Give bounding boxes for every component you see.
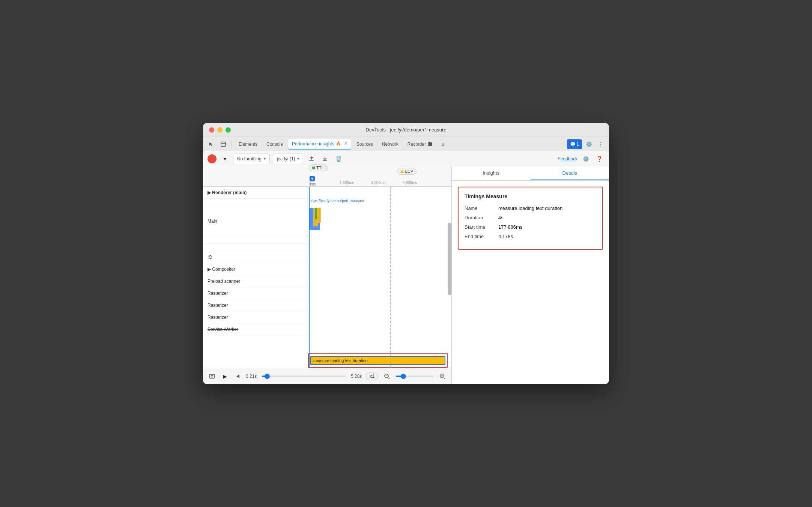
tab-bar: Elements Console Performance insights 🔥 … [203, 137, 609, 151]
tab-elements[interactable]: Elements [235, 139, 261, 149]
tab-performance-insights[interactable]: Performance insights 🔥 ✕ [288, 139, 351, 149]
ruler-mark-3200: 3,200ms [371, 181, 385, 185]
rasterizer3-label: Rasterizer [203, 315, 308, 320]
throttling-dropdown[interactable]: No throttling ▾ [233, 154, 270, 164]
timeline-column: 0ms 1,600ms 3,200ms 4,800ms [203, 166, 451, 384]
cursor-icon[interactable] [206, 139, 217, 149]
traffic-lights [209, 127, 231, 133]
zoom-level-badge: x1 [365, 373, 379, 380]
download-icon[interactable] [320, 154, 330, 164]
feedback-link[interactable]: Feedback [558, 156, 577, 161]
tab-details[interactable]: Details [531, 166, 609, 180]
track-spacer2 [203, 244, 308, 251]
minimize-button[interactable] [217, 127, 223, 133]
tab-close-icon[interactable]: ✕ [344, 141, 347, 146]
ruler-mark-1600: 1,600ms [340, 181, 354, 185]
play-button[interactable]: ▶ [220, 372, 229, 381]
svg-line-8 [444, 378, 445, 379]
tab-sources[interactable]: Sources [353, 139, 377, 149]
zoom-slider[interactable] [396, 376, 433, 377]
ruler-ticks: 0ms 1,600ms 3,200ms 4,800ms [308, 166, 451, 186]
flame-bar-main4 [315, 208, 317, 219]
track-rasterizer2: Rasterizer [203, 299, 308, 311]
track-spacer1 [203, 236, 308, 244]
lcp-marker[interactable]: LCP [397, 168, 417, 175]
right-panel-tabs: Insights Details [452, 166, 609, 181]
scrubber-thumb[interactable] [265, 374, 270, 379]
details-label-name: Name [465, 205, 498, 211]
timeline-url: https://jec.fyi/demo/perf-measure [310, 199, 364, 203]
maximize-button[interactable] [226, 127, 231, 133]
scroll-handle[interactable] [448, 223, 451, 295]
lcp-line [390, 187, 391, 368]
upload-icon[interactable] [306, 154, 317, 164]
renderer-main-label: ▶ Renderer (main) [203, 190, 308, 195]
timeline-scrubber[interactable] [262, 376, 346, 377]
tab-recorder[interactable]: Recorder 🎥 [404, 139, 436, 149]
dropdown-arrow-icon2: ▾ [297, 157, 299, 161]
timeline-content-area: ▶ Renderer (main) Main IO [203, 187, 451, 368]
details-label-duration: Duration [465, 215, 498, 220]
track-url [203, 199, 308, 206]
toolbar: ▾ No throttling ▾ jec.fyi (1) ▾ 🗑️ Feedb… [203, 151, 609, 166]
track-main: Main [203, 206, 308, 236]
svg-rect-0 [221, 142, 226, 146]
tab-right-icons: 💬 1 ⚙️ ⋮ [567, 139, 606, 149]
io-label: IO [203, 255, 308, 260]
zoom-out-icon[interactable] [382, 372, 391, 381]
details-card-title: Timings Measure [465, 193, 596, 199]
right-panel: Insights Details Timings Measure Name me… [451, 166, 609, 384]
svg-rect-2 [209, 374, 215, 378]
ruler-mark-4800: 4,800ms [403, 181, 417, 185]
ruler-label-spacer [203, 166, 308, 186]
more-options-icon[interactable]: ⋮ [595, 139, 606, 149]
details-row-duration: Duration 4s [465, 215, 596, 220]
tab-insights[interactable]: Insights [452, 166, 531, 180]
flame-bar-main3 [318, 208, 321, 223]
chat-badge-button[interactable]: 💬 1 [567, 139, 582, 149]
tab-console[interactable]: Console [263, 139, 287, 149]
playback-bar: ▶ 0.21s 5.28s x1 [203, 368, 451, 384]
window-title: DevTools - jec.fyi/demo/perf-measure [365, 127, 446, 133]
dock-icon[interactable] [218, 139, 229, 149]
ruler-mark-0: 0ms [309, 182, 316, 186]
details-row-name: Name measure loading text duration [465, 205, 596, 211]
details-row-end: End time 4.178s [465, 234, 596, 239]
delete-icon[interactable]: 🗑️ [333, 154, 344, 164]
tracks-visual: https://jec.fyi/demo/perf-measure measur… [308, 187, 451, 368]
details-value-start: 177.886ms [498, 224, 522, 230]
record-arrow-icon[interactable]: ▾ [220, 154, 230, 164]
timings-row: measure loading text duration [308, 353, 448, 368]
details-value-duration: 4s [498, 215, 504, 220]
details-label-start: Start time [465, 224, 498, 230]
details-value-name: measure loading text duration [498, 205, 562, 211]
tab-separator [232, 140, 232, 148]
zoom-in-icon[interactable] [438, 372, 447, 381]
tab-network[interactable]: Network [378, 139, 402, 149]
tab-selector-dropdown[interactable]: jec.fyi (1) ▾ [273, 154, 304, 164]
zoom-thumb[interactable] [401, 374, 406, 379]
lcp-triangle-icon [400, 170, 404, 173]
title-bar: DevTools - jec.fyi/demo/perf-measure [203, 123, 609, 137]
skip-to-start-icon[interactable] [233, 372, 242, 381]
tti-dot [312, 166, 315, 169]
screenshot-toggle-icon[interactable] [208, 372, 217, 381]
close-button[interactable] [209, 127, 214, 133]
toolbar-settings-icon[interactable]: ⚙️ [580, 154, 591, 164]
settings-icon[interactable]: ⚙️ [583, 139, 594, 149]
help-icon[interactable]: ❓ [594, 154, 604, 164]
devtools-window: DevTools - jec.fyi/demo/perf-measure Ele… [203, 123, 609, 384]
preload-label: Preload scanner [203, 279, 308, 284]
track-labels: ▶ Renderer (main) Main IO [203, 187, 308, 368]
details-row-start: Start time 177.886ms [465, 224, 596, 230]
more-tabs-icon[interactable]: » [438, 139, 448, 149]
service-worker-label: Service Worker [203, 327, 308, 332]
start-time-label: 0.21s [246, 374, 257, 379]
rasterizer2-label: Rasterizer [203, 303, 308, 308]
tti-marker[interactable]: TTI [309, 164, 326, 171]
timing-bar[interactable]: measure loading text duration [310, 356, 445, 365]
details-card: Timings Measure Name measure loading tex… [458, 187, 603, 250]
end-time-label: 5.28s [351, 374, 362, 379]
record-button[interactable] [208, 154, 217, 163]
track-preload: Preload scanner [203, 275, 308, 287]
